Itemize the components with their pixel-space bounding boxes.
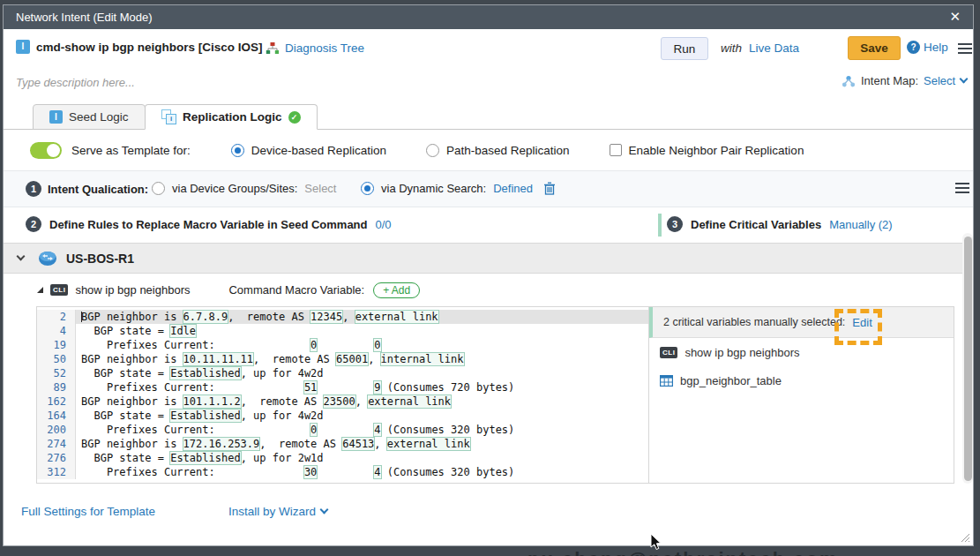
edit-variables-link[interactable]: Edit: [852, 316, 872, 329]
line-number: 200: [37, 423, 76, 437]
variable-token[interactable]: 65001: [336, 353, 368, 365]
line-number: 164: [37, 409, 76, 423]
variable-token[interactable]: Idle: [170, 325, 196, 337]
chevron-down-icon[interactable]: [17, 252, 26, 261]
code-line-text: Prefixes Current: 0 4 (Consumes 320 byte…: [76, 423, 514, 437]
close-icon[interactable]: ✕: [949, 9, 961, 25]
variable-token[interactable]: 30: [304, 466, 317, 478]
resize-handle-icon[interactable]: [961, 533, 970, 543]
variable-token[interactable]: Established: [170, 452, 240, 464]
code-line-text: BGP state = Idle: [76, 324, 196, 338]
variables-list: CLIshow ip bgp neighborsbgp_neighbor_tab…: [649, 338, 954, 394]
code-line-row[interactable]: 162BGP neighbor is 101.1.1.2, remote AS …: [37, 394, 648, 409]
variable-token[interactable]: 0: [374, 339, 380, 351]
trash-icon[interactable]: [543, 182, 556, 195]
diagnosis-tree-link[interactable]: Diagnosis Tree: [266, 41, 364, 55]
define-rules-count-link[interactable]: 0/0: [376, 218, 392, 231]
code-line-row[interactable]: 89 Prefixes Current: 51 9 (Consumes 720 …: [37, 380, 648, 394]
header-menu-icon[interactable]: [958, 43, 972, 54]
code-line-row[interactable]: 164 BGP state = Established, up for 4w2d: [37, 409, 648, 423]
variable-item[interactable]: bgp_neighbor_table: [649, 366, 954, 394]
install-by-wizard-link[interactable]: Install by Wizard: [228, 505, 327, 518]
check-circle-icon: ✓: [288, 111, 301, 124]
variable-token[interactable]: 4: [374, 424, 380, 436]
chevron-down-icon: [320, 506, 329, 515]
neighbor-pair-replication-option[interactable]: Enable Neighbor Pair Replication: [610, 144, 804, 157]
code-editor-lines: 2BGP neighbor is 6.7.8.9, remote AS 1234…: [37, 310, 648, 479]
code-line-row[interactable]: 2BGP neighbor is 6.7.8.9, remote AS 1234…: [37, 310, 648, 324]
variable-token[interactable]: 101.1.1.2: [183, 395, 241, 408]
variable-token[interactable]: 6.7.8.9: [183, 311, 228, 323]
radio-unselected-icon: [426, 144, 439, 157]
variable-token[interactable]: Established: [170, 409, 240, 422]
line-number: 274: [37, 437, 76, 451]
code-line-row[interactable]: 200 Prefixes Current: 0 4 (Consumes 320 …: [37, 423, 648, 437]
watermark-email: pu.cheng@netbraintech.com: [527, 548, 839, 556]
run-button[interactable]: Run: [661, 37, 708, 60]
variable-token[interactable]: 172.16.253.9: [183, 438, 260, 450]
scrollbar-thumb[interactable]: [964, 237, 972, 481]
chevron-down-icon[interactable]: [960, 75, 969, 84]
variable-token[interactable]: 4: [374, 466, 380, 478]
page-background: pu.cheng@netbraintech.com Network Intent…: [0, 0, 980, 556]
code-editor[interactable]: 2BGP neighbor is 6.7.8.9, remote AS 1234…: [37, 307, 649, 483]
description-input[interactable]: Type description here...: [16, 76, 135, 89]
device-name: US-BOS-R1: [66, 252, 134, 266]
full-settings-link[interactable]: Full Settings for Template: [21, 505, 155, 518]
variable-item[interactable]: CLIshow ip bgp neighbors: [649, 338, 954, 366]
add-macro-button[interactable]: + Add: [373, 282, 420, 298]
radio-selected-icon: [361, 182, 374, 195]
intent-qualification-label: Intent Qualication:: [48, 183, 148, 196]
code-line-row[interactable]: 276 BGP state = Established, up for 2w1d: [37, 451, 648, 465]
dynamic-search-defined-link[interactable]: Defined: [493, 182, 533, 195]
steps-row: 2 Define Rules to Replace Macro Variable…: [4, 207, 973, 243]
path-based-replication-option[interactable]: Path-based Replication: [426, 144, 570, 157]
via-dynamic-search-option[interactable]: via Dynamic Search: Defined: [361, 182, 556, 195]
variable-token[interactable]: Established: [170, 367, 240, 379]
serve-template-toggle[interactable]: [30, 142, 62, 159]
help-link[interactable]: ? Help: [907, 41, 948, 54]
code-line-row[interactable]: 50BGP neighbor is 10.11.11.11, remote AS…: [37, 352, 648, 366]
intent-icon: I: [16, 40, 30, 54]
device-section-header[interactable]: US-BOS-R1: [4, 243, 973, 274]
code-line-row[interactable]: 4 BGP state = Idle: [37, 324, 648, 338]
variable-token[interactable]: 64513: [342, 438, 374, 450]
diagnosis-tree-label: Diagnosis Tree: [285, 41, 364, 55]
expand-triangle-icon[interactable]: [37, 287, 43, 293]
via-device-groups-option[interactable]: via Device Groups/Sites: Select: [152, 182, 336, 195]
code-line-row[interactable]: 19 Prefixes Current: 0 0: [37, 338, 648, 352]
line-number: 4: [37, 324, 76, 338]
line-number: 312: [37, 465, 76, 479]
code-line-row[interactable]: 312 Prefixes Current: 30 4 (Consumes 320…: [37, 465, 648, 479]
neighbor-pair-replication-label: Enable Neighbor Pair Replication: [629, 144, 804, 157]
variable-token[interactable]: internal link: [381, 353, 464, 365]
step3-badge: 3: [667, 216, 683, 232]
device-groups-select-link[interactable]: Select: [304, 182, 336, 195]
content-panels: 2BGP neighbor is 6.7.8.9, remote AS 1234…: [36, 306, 954, 484]
save-button[interactable]: Save: [848, 36, 901, 60]
line-number: 50: [37, 352, 76, 366]
device-based-replication-option[interactable]: Device-based Replication: [231, 144, 386, 157]
variable-token[interactable]: 23500: [324, 395, 355, 408]
variable-token[interactable]: external link: [387, 438, 470, 450]
tab-seed-logic[interactable]: I Seed Logic: [33, 104, 146, 130]
tab-replication-logic-label: Replication Logic: [183, 110, 282, 124]
code-line-row[interactable]: 52 BGP state = Established, up for 4w2d: [37, 366, 648, 380]
live-data-link[interactable]: Live Data: [749, 41, 799, 55]
define-rules-label: Define Rules to Replace Macro Variable i…: [49, 218, 368, 231]
variable-token[interactable]: external link: [355, 311, 438, 323]
variable-token[interactable]: 10.11.11.11: [183, 353, 253, 365]
variable-token[interactable]: 9: [374, 381, 380, 394]
line-number: 162: [37, 394, 76, 409]
tab-replication-logic[interactable]: i Replication Logic ✓: [145, 104, 318, 130]
macro-variable-label: Command Macro Variable:: [228, 283, 364, 297]
intent-map-select-link[interactable]: Select: [924, 74, 955, 87]
variable-token[interactable]: external link: [368, 395, 451, 408]
path-based-replication-label: Path-based Replication: [446, 144, 570, 157]
radio-unselected-icon: [152, 182, 165, 195]
variable-token[interactable]: 51: [304, 381, 317, 394]
qualification-menu-icon[interactable]: [955, 183, 969, 193]
code-line-row[interactable]: 274BGP neighbor is 172.16.253.9, remote …: [37, 437, 648, 451]
manually-link[interactable]: Manually (2): [829, 218, 893, 231]
variable-token[interactable]: 12345: [310, 311, 342, 323]
